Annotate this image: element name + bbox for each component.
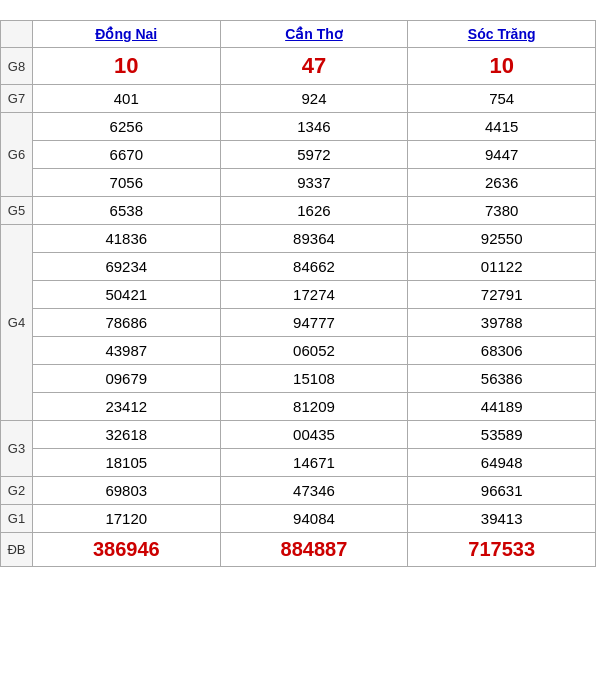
table-row-multi: G6625613464415: [1, 113, 596, 141]
cell-value: 53589: [408, 421, 596, 449]
cell-value: 81209: [220, 393, 408, 421]
cell-value: 10: [32, 48, 220, 85]
table-row-sub: 705693372636: [1, 169, 596, 197]
row-label: G6: [1, 113, 33, 197]
province-header-soctrang: Sóc Trăng: [408, 21, 596, 48]
cell-value: 94084: [220, 505, 408, 533]
table-row-multi: G3326180043553589: [1, 421, 596, 449]
cell-value: 72791: [408, 281, 596, 309]
cell-value: 39413: [408, 505, 596, 533]
table-row-sub: 234128120944189: [1, 393, 596, 421]
cell-value: 924: [220, 85, 408, 113]
cell-value: 754: [408, 85, 596, 113]
cell-value: 386946: [32, 533, 220, 567]
table-row-sub: 439870605268306: [1, 337, 596, 365]
lottery-table: Đồng Nai Cần Thơ Sóc Trăng G8104710G7401…: [0, 20, 596, 567]
row-label: ĐB: [1, 533, 33, 567]
cell-value: 64948: [408, 449, 596, 477]
cell-value: 6256: [32, 113, 220, 141]
cell-value: 41836: [32, 225, 220, 253]
cell-value: 5972: [220, 141, 408, 169]
cell-value: 6670: [32, 141, 220, 169]
cell-value: 01122: [408, 253, 596, 281]
table-row: G8104710: [1, 48, 596, 85]
cell-value: 69803: [32, 477, 220, 505]
row-label: G7: [1, 85, 33, 113]
cell-value: 6538: [32, 197, 220, 225]
cell-value: 47346: [220, 477, 408, 505]
cell-value: 4415: [408, 113, 596, 141]
cell-value: 14671: [220, 449, 408, 477]
table-row-sub: 692348466201122: [1, 253, 596, 281]
cell-value: 06052: [220, 337, 408, 365]
page-title: [0, 12, 596, 20]
cell-value: 2636: [408, 169, 596, 197]
cell-value: 69234: [32, 253, 220, 281]
cell-value: 9447: [408, 141, 596, 169]
table-row-multi: G4418368936492550: [1, 225, 596, 253]
cell-value: 84662: [220, 253, 408, 281]
breadcrumb: [0, 0, 596, 12]
cell-value: 56386: [408, 365, 596, 393]
table-row: ĐB386946884887717533: [1, 533, 596, 567]
cell-value: 18105: [32, 449, 220, 477]
cell-value: 17120: [32, 505, 220, 533]
cell-value: 32618: [32, 421, 220, 449]
cell-value: 7380: [408, 197, 596, 225]
cell-value: 68306: [408, 337, 596, 365]
cell-value: 1626: [220, 197, 408, 225]
cell-value: 39788: [408, 309, 596, 337]
label-header: [1, 21, 33, 48]
cell-value: 96631: [408, 477, 596, 505]
cell-value: 94777: [220, 309, 408, 337]
cell-value: 10: [408, 48, 596, 85]
cell-value: 44189: [408, 393, 596, 421]
table-row: G5653816267380: [1, 197, 596, 225]
cell-value: 23412: [32, 393, 220, 421]
cell-value: 9337: [220, 169, 408, 197]
row-label: G1: [1, 505, 33, 533]
table-row-sub: 667059729447: [1, 141, 596, 169]
cell-value: 00435: [220, 421, 408, 449]
table-row-sub: 786869477739788: [1, 309, 596, 337]
row-label: G2: [1, 477, 33, 505]
cell-value: 09679: [32, 365, 220, 393]
cell-value: 15108: [220, 365, 408, 393]
row-label: G5: [1, 197, 33, 225]
cell-value: 717533: [408, 533, 596, 567]
table-row: G1171209408439413: [1, 505, 596, 533]
table-row-sub: 504211727472791: [1, 281, 596, 309]
cell-value: 7056: [32, 169, 220, 197]
cell-value: 47: [220, 48, 408, 85]
cell-value: 43987: [32, 337, 220, 365]
cell-value: 78686: [32, 309, 220, 337]
row-label: G3: [1, 421, 33, 477]
cell-value: 17274: [220, 281, 408, 309]
row-label: G8: [1, 48, 33, 85]
province-header-dongnai: Đồng Nai: [32, 21, 220, 48]
cell-value: 401: [32, 85, 220, 113]
cell-value: 1346: [220, 113, 408, 141]
table-row: G2698034734696631: [1, 477, 596, 505]
table-row-sub: 181051467164948: [1, 449, 596, 477]
cell-value: 89364: [220, 225, 408, 253]
cell-value: 884887: [220, 533, 408, 567]
cell-value: 92550: [408, 225, 596, 253]
row-label: G4: [1, 225, 33, 421]
table-row-sub: 096791510856386: [1, 365, 596, 393]
cell-value: 50421: [32, 281, 220, 309]
province-header-cantho: Cần Thơ: [220, 21, 408, 48]
table-row: G7401924754: [1, 85, 596, 113]
